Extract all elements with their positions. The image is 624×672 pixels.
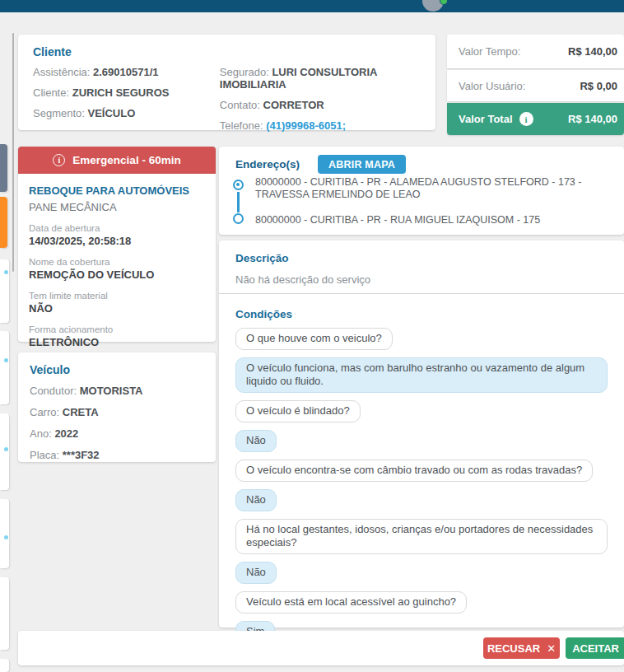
left-card-sliver[interactable] (0, 413, 9, 490)
timer-dot-icon (4, 447, 8, 451)
timer-dot-icon (4, 535, 8, 539)
left-card-sliver[interactable] (0, 499, 9, 568)
condition-question: Veículo está em local acessível ao guinc… (235, 591, 467, 614)
emergency-info-icon[interactable]: i (53, 154, 65, 166)
material-limit-field: Tem limite materialNÃO (29, 291, 205, 315)
driver-field: Condutor: MOTORISTA (30, 385, 204, 397)
service-name: REBOQUE PARA AUTOMÓVEIS (29, 184, 205, 197)
action-bar: RECUSAR✕ ACEITAR✓ (18, 631, 624, 665)
plate-field: Placa: ***3F32 (30, 449, 204, 461)
destination-marker-icon[interactable] (233, 213, 244, 224)
left-card-sliver-gray[interactable] (0, 144, 7, 192)
total-info-icon[interactable]: i (519, 112, 533, 126)
totals-card: Valor Tempo: R$ 140,00 Valor Usuário: R$… (447, 35, 624, 135)
vehicle-card-title: Veículo (30, 363, 204, 376)
service-card: REBOQUE PARA AUTOMÓVEIS PANE MECÂNICA Da… (18, 174, 216, 342)
emergency-banner: i Emergencial - 60min (18, 147, 216, 174)
origin-address: 80000000 - CURITIBA - PR - ALAMEDA AUGUS… (255, 176, 609, 201)
total-time-value: R$ 140,00 (568, 45, 617, 58)
origin-marker-icon[interactable] (233, 180, 244, 190)
grand-total-row: Valor Total i R$ 140,00 (447, 103, 624, 135)
timer-dot-icon (4, 358, 8, 362)
section-divider (219, 293, 624, 294)
description-title: Descrição (235, 252, 608, 264)
condition-question: Há no local gestantes, idosos, crianças … (235, 519, 608, 554)
year-field: Ano: 2022 (30, 427, 204, 440)
left-card-sliver[interactable] (0, 331, 9, 404)
top-navigation-bar (0, 0, 624, 12)
condition-question: O veículo encontra-se com câmbio travado… (235, 460, 593, 482)
details-card: Descrição Não há descrição do serviço Co… (219, 240, 624, 628)
left-column-scrollbar[interactable] (12, 33, 14, 272)
refuse-button[interactable]: RECUSAR✕ (483, 637, 560, 659)
left-card-sliver-orange[interactable] (0, 197, 7, 248)
left-card-sliver[interactable] (0, 659, 9, 672)
condition-question: O veículo é blindado? (235, 400, 361, 422)
assistance-number: Assistência: 2.69010571/1 (33, 66, 220, 78)
condition-answer: Não (235, 430, 277, 452)
grand-total-value: R$ 140,00 (568, 113, 617, 125)
insured-name: Segurado: LURI CONSULTORIA IMOBILIARIA (220, 66, 421, 91)
conditions-list: O que houve com o veiculo? O veículo fun… (235, 328, 608, 643)
client-card-title: Cliente (33, 45, 421, 58)
phone: Telefone: (41)99968-6051; (220, 119, 421, 132)
client-name: Cliente: ZURICH SEGUROS (33, 86, 220, 99)
total-user-row: Valor Usuário: R$ 0,00 (447, 70, 624, 101)
condition-answer: O veículo funciona, mas com barulho estr… (235, 357, 608, 393)
segment: Segmento: VEÍCULO (33, 107, 220, 119)
left-card-sliver[interactable] (0, 259, 9, 323)
total-time-row: Valor Tempo: R$ 140,00 (447, 35, 624, 68)
contact: Contato: CORRETOR (220, 99, 421, 111)
accept-button[interactable]: ACEITAR✓ (566, 637, 624, 659)
route-line (237, 192, 240, 212)
activation-form-field: Forma acionamentoELETRÔNICO (29, 324, 205, 348)
open-map-button[interactable]: ABRIR MAPA (318, 155, 406, 174)
client-card: Cliente Assistência: 2.69010571/1 Client… (18, 35, 435, 130)
car-field: Carro: CRETA (30, 406, 204, 418)
phone-link[interactable]: (41)99968-6051; (266, 119, 346, 132)
addresses-card: Endereço(s) ABRIR MAPA 80000000 - CURITI… (219, 147, 624, 235)
description-empty-text: Não há descrição do serviço (235, 273, 608, 286)
timer-dot-icon (4, 270, 8, 274)
condition-answer: Não (235, 562, 277, 584)
coverage-name-field: Nome da coberturaREMOÇÃO DO VEÍCULO (29, 257, 205, 281)
online-status-icon (440, 0, 448, 5)
condition-answer: Não (235, 489, 277, 511)
assistance-detail-page: Cliente Assistência: 2.69010571/1 Client… (0, 0, 624, 672)
condition-question: O que houve com o veiculo? (235, 328, 393, 350)
emergency-banner-label: Emergencial - 60min (72, 154, 180, 166)
service-cause: PANE MECÂNICA (29, 201, 205, 213)
conditions-title: Condições (235, 308, 608, 320)
destination-address: 80000000 - CURITIBA - PR - RUA MIGUEL IZ… (255, 214, 609, 226)
vehicle-card: Veículo Condutor: MOTORISTA Carro: CRETA… (18, 352, 216, 462)
total-user-value: R$ 0,00 (580, 80, 617, 92)
addresses-title: Endereço(s) (235, 158, 300, 170)
left-card-sliver[interactable] (0, 577, 9, 650)
close-icon: ✕ (547, 642, 556, 655)
opening-date-field: Data de abertura14/03/2025, 20:58:18 (29, 223, 205, 247)
